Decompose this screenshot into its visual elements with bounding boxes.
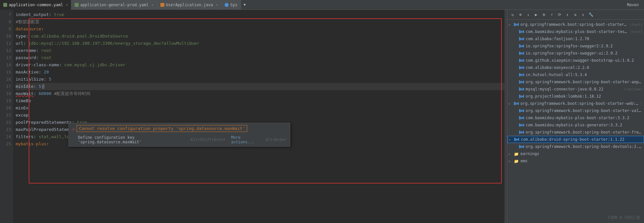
tree-item-2[interactable]: com.alibaba:fastjson:1.2.70 <box>507 35 644 42</box>
tree-item-13[interactable]: com.baomidou:mybatis-plus-boot-starter:3… <box>507 114 644 121</box>
maven-tree[interactable]: ▶ org.springframework.boot:spring-boot-s… <box>507 20 644 223</box>
code-line-18: maxWait: 60000 #配置超市等待时间 <box>16 90 504 97</box>
tree-item-9[interactable]: mysql:mysql-connector-java:8.0.22 (runti… <box>507 86 644 93</box>
tab-close-btn[interactable]: ✕ <box>66 3 68 7</box>
tree-text-6: com.alibaba:easyexcel:2.2.6 <box>526 65 643 70</box>
tree-item-1[interactable]: com.baomidou:mybatis-plus-boot-starter-t… <box>507 28 644 35</box>
tree-item-8[interactable]: org.springframework.boot:spring-boot-sta… <box>507 78 644 86</box>
tree-text-2: com.alibaba:fastjson:1.2.70 <box>526 37 643 41</box>
code-line-21: excep <box>16 112 504 119</box>
maven-add-btn[interactable]: ⊕ <box>517 11 524 18</box>
code-area[interactable]: indent_output: true #数据源配置 datasource: t… <box>13 10 504 223</box>
code-line-12: username: root <box>16 47 504 54</box>
tree-text-5: com.github.xiaoymin:swagger-bootstrap-ui… <box>526 58 643 63</box>
tree-text-19: ems <box>520 159 643 163</box>
tree-item-7[interactable]: cn.hutool:hutool-all:5.3.4 <box>507 71 644 78</box>
maven-expand-btn[interactable]: ↕ <box>580 11 586 18</box>
tree-item-17[interactable]: org.springframework.boot:spring-boot-dev… <box>507 143 644 150</box>
tree-item-12[interactable]: org.springframework.boot:spring-boot-sta… <box>507 107 644 114</box>
tab-application-prod[interactable]: application-general-prod.yaml ✕ <box>71 0 157 10</box>
maven-panel: ↻ ⊕ ↓ ▶ m ⚡ ⟳ ↕ ⇅ ↕ 🔧 ▶ org.sp <box>507 10 644 223</box>
action-shortcut: Alt+Shift+Enter <box>190 137 226 142</box>
line-num-15: 15 <box>0 69 11 76</box>
tree-text-9: mysql:mysql-connector-java:8.0.22 <box>526 87 622 91</box>
main-content: 7 8 9 10 11 12 13 14 15 16 17 18 19 20 2… <box>0 10 644 223</box>
tree-item-15[interactable]: org.springframework.boot:spring-boot-sta… <box>507 129 644 136</box>
maven-run-btn[interactable]: ▶ <box>533 11 539 18</box>
line-num-20: 20 <box>0 104 11 112</box>
maven-collapse-btn[interactable]: ↕ <box>564 11 571 18</box>
tree-item-3[interactable]: io.springfox:springfox-swagger2:2.9.2 <box>507 42 644 50</box>
tree-text-4: io.springfox:springfox-swagger-ui:2.9.2 <box>526 51 643 56</box>
maven-sort-btn[interactable]: ⇅ <box>572 11 578 18</box>
tab-close-btn-2[interactable]: ✕ <box>152 3 154 7</box>
tree-text-8: org.springframework.boot:spring-boot-sta… <box>526 80 643 84</box>
dep-bar-icon-16 <box>514 137 519 141</box>
dep-bar-icon-1 <box>519 30 524 34</box>
three-dots: ⋮ <box>639 101 643 106</box>
tree-text-15: org.springframework.boot:spring-boot-sta… <box>526 130 643 135</box>
tree-arrow-19: ▶ <box>509 159 514 163</box>
dep-bar-icon-5 <box>519 58 524 62</box>
tree-badge-0: (test) <box>630 23 643 27</box>
code-line-9: datasource: <box>16 25 504 33</box>
tree-item-0[interactable]: ▶ org.springframework.boot:spring-boot-s… <box>507 21 644 28</box>
editor-area: 7 8 9 10 11 12 13 14 15 16 17 18 19 20 2… <box>0 10 507 223</box>
maven-lightning-btn[interactable]: ⚡ <box>548 11 555 18</box>
dep-bar-icon-17 <box>519 145 524 149</box>
code-line-19: timeBe <box>16 97 504 104</box>
line-num-22: 22 <box>0 119 11 126</box>
action-text[interactable]: Define configuration key 'spring.datasou… <box>78 135 188 144</box>
maven-download-btn[interactable]: ↓ <box>525 11 532 18</box>
tree-text-16: com.alibaba:druid-spring-boot-starter:1.… <box>521 137 642 142</box>
line-num-19: 19 <box>0 97 11 104</box>
maven-tab[interactable]: Maven <box>622 3 644 7</box>
tree-item-19-ems[interactable]: ▶ 📁 ems <box>507 157 644 165</box>
more-actions-btn[interactable]: More actions... <box>231 135 263 144</box>
tab-user-application[interactable]: UserApplication.java ✕ <box>157 0 222 10</box>
error-tooltip: ⚠ Cannot resolve configuration property … <box>68 123 290 147</box>
tree-text-1: com.baomidou:mybatis-plus-boot-starter-t… <box>526 29 628 34</box>
tree-item-5[interactable]: com.github.xiaoymin:swagger-bootstrap-ui… <box>507 57 644 64</box>
dep-bar-icon-6 <box>519 66 524 70</box>
dep-bar-icon-3 <box>519 44 524 48</box>
editor-scrollbar[interactable] <box>504 10 507 223</box>
line-num-14: 14 <box>0 61 11 69</box>
tree-arrow-0: ▶ <box>509 23 514 26</box>
tree-item-10[interactable]: org.projectlombok:lombok:1.18.12 <box>507 93 644 100</box>
line-num-11: 11 <box>0 40 11 47</box>
tab-application-common[interactable]: application-common.yaml ✕ <box>0 0 71 10</box>
tree-item-14[interactable]: com.baomidou:mybatis-plus-generator:3.3.… <box>507 121 644 129</box>
dep-bar-icon-0 <box>514 23 519 26</box>
error-icon: ⚠ <box>72 126 75 131</box>
maven-settings-btn[interactable]: 🔧 <box>588 11 594 18</box>
tree-text-12: org.springframework.boot:spring-boot-sta… <box>526 108 643 113</box>
maven-refresh-btn[interactable]: ↻ <box>509 11 516 18</box>
tab-close-btn-3[interactable]: ✕ <box>216 3 218 7</box>
dep-bar-icon-4 <box>519 51 524 55</box>
line-num-21: 21 <box>0 112 11 119</box>
maven-cycle-btn[interactable]: ⟳ <box>556 11 563 18</box>
error-message: Cannot resolve configuration property 's… <box>77 125 247 132</box>
dep-bar-icon-13 <box>519 116 524 120</box>
tree-item-6[interactable]: com.alibaba:easyexcel:2.2.6 <box>507 64 644 71</box>
line-num-9: 9 <box>0 25 11 33</box>
line-num-25: 25 <box>0 140 11 148</box>
yaml-icon-2 <box>75 3 79 7</box>
tree-text-14: com.baomidou:mybatis-plus-generator:3.3.… <box>526 123 643 127</box>
dep-bar-icon-7 <box>519 73 524 77</box>
tree-item-4[interactable]: io.springfox:springfox-swagger-ui:2.9.2 <box>507 50 644 57</box>
tree-item-16[interactable]: ▶ com.alibaba:druid-spring-boot-starter:… <box>507 136 644 143</box>
tree-text-11: org.springframework.boot:spring-boot-sta… <box>520 101 639 106</box>
line-num-23: 23 <box>0 126 11 133</box>
maven-toolbar: ↻ ⊕ ↓ ▶ m ⚡ ⟳ ↕ ⇅ ↕ 🔧 <box>507 10 644 20</box>
tree-text-17: org.springframework.boot:spring-boot-dev… <box>526 144 643 149</box>
maven-m-btn[interactable]: m <box>541 11 547 18</box>
tree-item-11[interactable]: ▶ org.springframework.boot:spring-boot-s… <box>507 100 644 107</box>
code-line-15: maxActive: 20 <box>16 69 504 76</box>
tab-dropdown-btn[interactable]: ▼ <box>241 3 248 7</box>
tree-item-18-earnings[interactable]: ▶ 📁 earnings <box>507 150 644 157</box>
tab-label-3: UserApplication.java <box>166 3 213 7</box>
tree-badge-9: (runtime) <box>623 87 643 91</box>
tab-sys[interactable]: Sys <box>221 0 241 10</box>
